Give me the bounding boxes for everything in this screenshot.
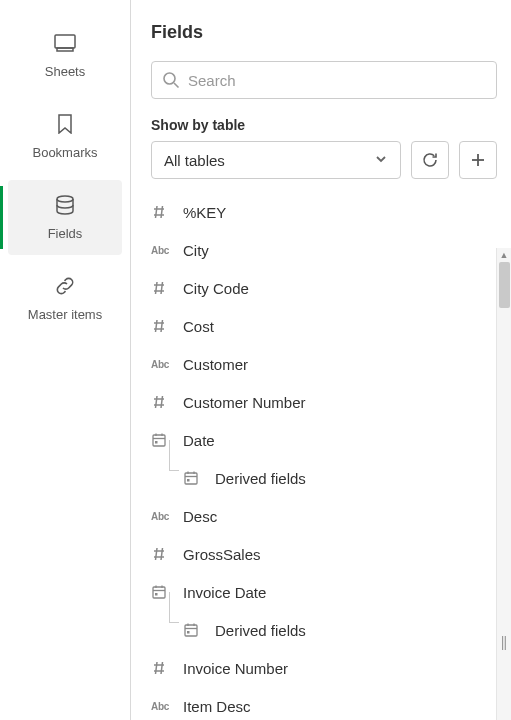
fields-list[interactable]: %KEYAbcCityCity CodeCostAbcCustomerCusto…: [131, 193, 511, 720]
field-name: Desc: [183, 508, 217, 525]
field-name: GrossSales: [183, 546, 261, 563]
sidebar-item-master-items[interactable]: Master items: [0, 261, 130, 336]
svg-point-2: [57, 196, 73, 202]
field-row[interactable]: Cost: [151, 307, 505, 345]
dropdown-value: All tables: [164, 152, 374, 169]
field-type-icon: Abc: [151, 511, 175, 522]
field-row[interactable]: Date: [151, 421, 505, 459]
resize-grip-icon[interactable]: ||: [497, 634, 510, 650]
svg-line-50: [161, 662, 163, 674]
field-row[interactable]: Derived fields: [151, 459, 505, 497]
field-type-icon: [183, 470, 207, 486]
sheets-icon: [53, 32, 77, 54]
show-by-table-label: Show by table: [151, 117, 497, 133]
field-row[interactable]: AbcItem Desc: [151, 687, 505, 720]
field-type-icon: [151, 584, 175, 600]
table-dropdown[interactable]: All tables: [151, 141, 401, 179]
svg-rect-23: [153, 435, 165, 446]
field-name: Derived fields: [215, 622, 306, 639]
field-name: Cost: [183, 318, 214, 335]
panel-title: Fields: [151, 22, 497, 43]
field-name: City: [183, 242, 209, 259]
search-icon: [162, 71, 180, 89]
left-sidebar: Sheets Bookmarks Fields Master items: [0, 0, 131, 720]
sidebar-label: Fields: [48, 226, 83, 241]
sidebar-item-sheets[interactable]: Sheets: [0, 18, 130, 93]
svg-rect-37: [153, 587, 165, 598]
field-row[interactable]: Invoice Number: [151, 649, 505, 687]
field-type-icon: [151, 394, 175, 410]
svg-line-17: [156, 320, 158, 332]
svg-rect-42: [185, 625, 197, 636]
refresh-button[interactable]: [411, 141, 449, 179]
field-name: %KEY: [183, 204, 226, 221]
search-input[interactable]: [188, 62, 486, 98]
field-name: Customer: [183, 356, 248, 373]
field-row[interactable]: Derived fields: [151, 611, 505, 649]
scrollbar[interactable]: ▲ ||: [496, 248, 511, 720]
svg-line-22: [161, 396, 163, 408]
field-type-icon: [183, 622, 207, 638]
field-name: Date: [183, 432, 215, 449]
sidebar-item-bookmarks[interactable]: Bookmarks: [0, 99, 130, 174]
svg-point-3: [164, 73, 175, 84]
tree-elbow-icon: [169, 459, 183, 497]
bookmark-icon: [53, 113, 77, 135]
svg-rect-28: [185, 473, 197, 484]
sidebar-label: Master items: [28, 307, 102, 322]
svg-rect-32: [187, 479, 190, 482]
link-icon: [53, 275, 77, 297]
svg-line-4: [174, 83, 179, 88]
field-name: Invoice Date: [183, 584, 266, 601]
svg-line-36: [161, 548, 163, 560]
sidebar-label: Sheets: [45, 64, 85, 79]
sidebar-label: Bookmarks: [32, 145, 97, 160]
field-type-icon: Abc: [151, 701, 175, 712]
svg-rect-46: [187, 631, 190, 634]
field-type-icon: [151, 280, 175, 296]
svg-line-9: [156, 206, 158, 218]
field-type-icon: Abc: [151, 359, 175, 370]
field-row[interactable]: AbcCustomer: [151, 345, 505, 383]
field-type-icon: Abc: [151, 245, 175, 256]
add-button[interactable]: [459, 141, 497, 179]
search-input-wrap[interactable]: [151, 61, 497, 99]
field-name: Customer Number: [183, 394, 306, 411]
field-row[interactable]: Invoice Date: [151, 573, 505, 611]
field-type-icon: [151, 204, 175, 220]
field-type-icon: [151, 432, 175, 448]
field-row[interactable]: City Code: [151, 269, 505, 307]
svg-line-13: [156, 282, 158, 294]
tree-elbow-icon: [169, 611, 183, 649]
database-icon: [53, 194, 77, 216]
svg-line-35: [156, 548, 158, 560]
fields-panel: Fields Show by table All tables: [131, 0, 511, 720]
field-row[interactable]: GrossSales: [151, 535, 505, 573]
field-name: Item Desc: [183, 698, 251, 715]
svg-rect-41: [155, 593, 158, 596]
svg-line-21: [156, 396, 158, 408]
sidebar-item-fields[interactable]: Fields: [8, 180, 122, 255]
field-row[interactable]: Customer Number: [151, 383, 505, 421]
svg-rect-1: [57, 48, 73, 51]
svg-line-18: [161, 320, 163, 332]
field-type-icon: [151, 660, 175, 676]
field-row[interactable]: AbcCity: [151, 231, 505, 269]
field-row[interactable]: %KEY: [151, 193, 505, 231]
svg-rect-0: [55, 35, 75, 48]
field-type-icon: [151, 546, 175, 562]
scrollbar-thumb[interactable]: [499, 262, 510, 308]
svg-line-14: [161, 282, 163, 294]
chevron-down-icon: [374, 152, 388, 169]
svg-line-49: [156, 662, 158, 674]
field-name: Invoice Number: [183, 660, 288, 677]
field-name: City Code: [183, 280, 249, 297]
field-name: Derived fields: [215, 470, 306, 487]
scroll-up-arrow[interactable]: ▲: [497, 248, 511, 262]
field-row[interactable]: AbcDesc: [151, 497, 505, 535]
svg-line-10: [161, 206, 163, 218]
field-type-icon: [151, 318, 175, 334]
svg-rect-27: [155, 441, 158, 444]
